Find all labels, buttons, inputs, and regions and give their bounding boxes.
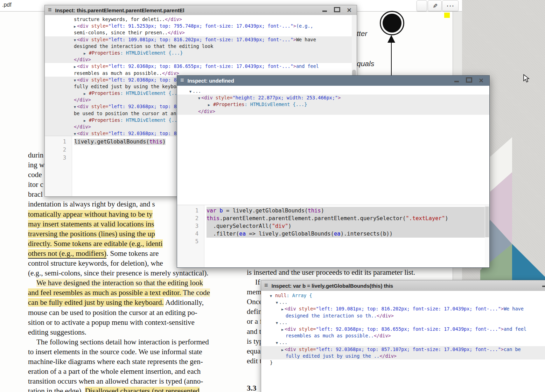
- tree-token: >: [293, 23, 296, 29]
- code-line[interactable]: .filter(ea => lively.getGlobalBounds(ea)…: [207, 230, 489, 238]
- tree-token: structure keywords, for deleti..: [74, 16, 165, 22]
- code-line[interactable]: .querySelectorAll("div"): [207, 222, 489, 230]
- code-line[interactable]: var b = lively.getGlobalBounds(this): [207, 207, 489, 215]
- tree-token: >: [501, 346, 504, 352]
- tree-row[interactable]: ▼...: [261, 319, 545, 326]
- tree-row[interactable]: ▼<div style="height: 22.877px; width: 25…: [177, 94, 489, 101]
- tree-row[interactable]: </div>: [45, 56, 357, 63]
- highlighted-text: tomatically appear without having to be …: [28, 210, 153, 218]
- tree-token: <div: [77, 104, 89, 109]
- pdf-text: defin: [247, 307, 262, 316]
- tree-token: >: [293, 63, 296, 69]
- tree-token: </div>: [374, 333, 391, 338]
- tree-token: style=: [89, 23, 109, 29]
- pdf-text-line: can be fully edited just by using the ke…: [28, 298, 235, 307]
- edit-annotation-button[interactable]: ✎: [428, 0, 442, 11]
- pencil-icon: ✎: [431, 3, 439, 8]
- tree-row[interactable]: semi-colons, since their presen..</div>: [45, 29, 357, 36]
- editor-scrollbar[interactable]: [485, 205, 489, 267]
- window-menu-icon[interactable]: ≡: [45, 6, 55, 14]
- tree-token: </div>: [165, 16, 182, 22]
- pdf-text: editing suggestions.: [28, 328, 86, 336]
- pdf-text-line: (e.g., semi-colons, since their presence…: [28, 268, 235, 278]
- tree-token: (e.g.,: [296, 23, 313, 29]
- tree-row[interactable]: ▶ #Properties: HTMLDivElement {...}: [177, 101, 489, 108]
- tree-token: "left: 92.0368px; top: 836.655px; font-s…: [108, 63, 293, 69]
- tree-row[interactable]: ▼...: [177, 88, 489, 94]
- annotation-handle[interactable]: [444, 13, 450, 18]
- tree-row[interactable]: fully edited just by using the ..</div>: [261, 353, 545, 359]
- code-token: this: [149, 139, 162, 145]
- pdf-text-line: tation in the edge). Disallowed characte…: [28, 386, 235, 392]
- tree-row[interactable]: ▼...: [261, 299, 545, 306]
- pdf-text: sition or to activate a popup menu with …: [28, 318, 195, 327]
- window-menu-icon[interactable]: ≡: [261, 282, 272, 290]
- disclosure-triangle-icon: ▶: [208, 103, 213, 107]
- tree-row[interactable]: structure keywords, for deleti..</div>: [45, 16, 357, 23]
- pdf-text: machine-like diagrams where each state r…: [28, 357, 203, 366]
- code-line[interactable]: [207, 238, 489, 245]
- tree-token: style=: [213, 95, 233, 100]
- pdf-text-line: mouse can be used to position the cursor…: [28, 308, 235, 317]
- tree-row[interactable]: ▶<div style="left: 92.0368px; top: 836.6…: [45, 63, 357, 70]
- toolbar-button-partial[interactable]: [417, 0, 427, 11]
- pdf-text: The following sections detail how intera…: [36, 338, 209, 346]
- code-area[interactable]: var b = lively.getGlobalBounds(this)this…: [204, 205, 489, 267]
- window-titlebar[interactable]: ≡ Inspect: var b = lively.getGlobalBound…: [261, 280, 545, 291]
- minimize-button[interactable]: [453, 77, 460, 84]
- highlighted-text: can be fully edited just by using the ke…: [28, 298, 164, 307]
- more-options-button[interactable]: ▪ ▪ ▪: [442, 0, 459, 11]
- tree-row[interactable]: designed the interaction so th..</div>: [261, 313, 545, 319]
- code-line[interactable]: this.parentElement.parentElement.parentE…: [207, 215, 489, 222]
- tree-token: We have: [504, 306, 524, 312]
- code-token: .parentElement.parentElement.parentEleme…: [219, 215, 406, 222]
- tree-row[interactable]: }: [261, 359, 545, 366]
- tree-row[interactable]: designed the interaction so that the edi…: [45, 43, 357, 50]
- tree-row[interactable]: ▼ null: Array {: [261, 292, 545, 299]
- pdf-text: eration of a a part of the whole element…: [28, 367, 201, 376]
- tree-token: </div>: [74, 57, 91, 62]
- disclosure-triangle-icon: ▼: [276, 341, 279, 345]
- tree-token: We have: [296, 37, 316, 42]
- tree-row[interactable]: ▼...: [261, 339, 545, 346]
- tree-row[interactable]: ▶<div style="left: 92.0368px; top: 857.1…: [261, 346, 545, 353]
- tree-token: >: [501, 306, 504, 312]
- close-button[interactable]: ✕: [478, 77, 484, 84]
- tree-row[interactable]: ▶<div style="left: 109.081px; top: 816.2…: [261, 306, 545, 312]
- selected-code: lively.getGlobalBounds(this): [74, 139, 166, 145]
- tree-row[interactable]: ▶ #Properties: HTMLDivElement {...}: [45, 50, 357, 56]
- tree-row[interactable]: </div>: [177, 108, 489, 115]
- tree-token: style=: [296, 306, 316, 312]
- tree-token: >: [338, 95, 341, 100]
- disclosure-triangle-icon: ▶: [74, 24, 77, 28]
- minimize-button[interactable]: [321, 7, 328, 13]
- dom-tree-view[interactable]: ▼...▼<div style="height: 22.877px; width…: [177, 86, 489, 207]
- tree-row[interactable]: ▶<div style="left: 91.5253px; top: 795.7…: [45, 23, 357, 29]
- tree-row[interactable]: resembles as much as possible..</div>: [261, 332, 545, 339]
- tree-token: <div: [285, 326, 296, 332]
- disclosure-triangle-icon: ▼: [276, 301, 279, 304]
- window-menu-icon[interactable]: ≡: [177, 77, 188, 85]
- pdf-text: mouse can be used to position the cursor…: [28, 308, 197, 317]
- tree-token: style=: [89, 77, 109, 83]
- tree-token: designed the interaction so that the edi…: [74, 43, 213, 49]
- tree-token: style=: [296, 326, 316, 332]
- minimize-button[interactable]: [541, 282, 545, 288]
- close-button[interactable]: ✕: [346, 7, 352, 14]
- window-titlebar[interactable]: ≡ Inspect: this.parentElement.parentElem…: [45, 5, 357, 15]
- tree-token: : HTMLDivElement {...}: [244, 102, 307, 107]
- scrollbar-thumb[interactable]: [485, 206, 489, 237]
- tree-row[interactable]: ▶<div style="left: 92.0368px; top: 836.6…: [261, 326, 545, 332]
- code-editor[interactable]: 12345var b = lively.getGlobalBounds(this…: [177, 205, 489, 267]
- tree-token: <div: [77, 63, 89, 69]
- code-token: ea: [334, 231, 341, 237]
- window-titlebar[interactable]: ≡ Inspect: undefined: [177, 76, 489, 86]
- tree-token: ...: [193, 88, 201, 94]
- section-number: 3.3: [247, 384, 257, 392]
- pdf-text-line: to insert elements in the source code. W…: [28, 347, 235, 357]
- highlighted-text: and feel resembles as much as possible a…: [28, 288, 183, 297]
- maximize-button[interactable]: [334, 7, 340, 14]
- inspection-result-tree[interactable]: ▼ null: Array {▼...▶<div style="left: 10…: [261, 291, 545, 392]
- maximize-button[interactable]: [466, 77, 472, 84]
- tree-row[interactable]: ▼<div style="left: 109.081px; top: 816.2…: [45, 36, 357, 43]
